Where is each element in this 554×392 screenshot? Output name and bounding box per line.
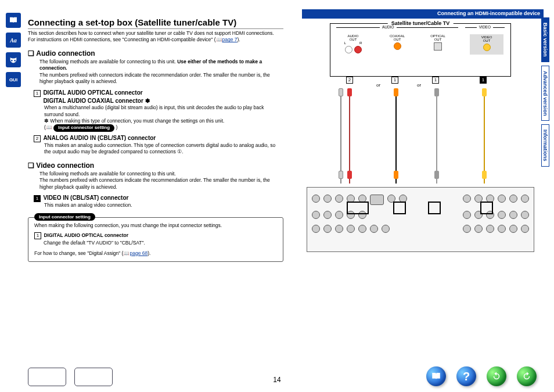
port-coaxial-out: COAXIAL OUT: [383, 34, 412, 50]
video-item1: 1 VIDEO IN (CBL/SAT) connector This make…: [28, 194, 283, 208]
audio-item1-desc1: When a multichannel audio (digital bit s…: [44, 105, 283, 118]
video-item1-desc: This makes an analog video connection.: [44, 202, 283, 208]
tab-informations[interactable]: Informations: [541, 124, 549, 167]
audio-item1-pill-row: (📖 Input connector setting ): [44, 124, 283, 132]
infobox-p2: For how to change, see "Digital Assign" …: [34, 250, 277, 257]
label-video: VIDEO: [477, 25, 493, 29]
audio-item1-title2: DIGITAL AUDIO COAXIAL connector ✽: [43, 98, 149, 104]
help-icon[interactable]: ?: [456, 366, 476, 386]
label-or-2: or: [417, 82, 421, 88]
heading-video-connection: ❏ Video connection: [28, 161, 283, 170]
header-breadcrumb: Connecting an HDMI-incompatible device: [302, 9, 544, 19]
mask-icon[interactable]: [6, 52, 21, 67]
text-aa-icon[interactable]: Aa: [6, 33, 21, 48]
audio-p1: The following methods are available for …: [39, 59, 283, 72]
idx-audio-1a: 1: [391, 77, 398, 84]
label-audio: AUDIO: [380, 25, 397, 29]
video-item1-num: 1: [34, 195, 41, 202]
side-tabs: Basic version Advanced version Informati…: [541, 17, 551, 170]
left-icon-column: Aa GUI: [6, 13, 22, 92]
receiver-rear-panel: [307, 187, 534, 252]
infobox-p1: When making the following connection, yo…: [34, 222, 277, 229]
connection-diagram: Satellite tuner/Cable TV AUDIO VIDEO AUD…: [302, 20, 534, 255]
audio-item1-num: 1: [34, 90, 41, 97]
video-body: The following methods are available for …: [39, 171, 283, 190]
intro-line1: This section describes how to connect wh…: [28, 30, 283, 37]
port-optical-out: OPTICAL OUT: [423, 34, 452, 51]
settop-box-title: Satellite tuner/Cable TV: [388, 20, 454, 26]
label-or-1: or: [376, 82, 380, 88]
tab-basic-version[interactable]: Basic version: [541, 17, 549, 62]
page-title: Connecting a set-top box (Satellite tune…: [28, 17, 283, 29]
intro-l2-pre: For instructions on HDMI connections, se…: [28, 37, 216, 42]
audio-item2-title: ANALOG AUDIO IN (CBL/SAT) connector: [43, 135, 156, 141]
content-column: Connecting a set-top box (Satellite tune…: [28, 17, 283, 262]
audio-item2-num: 2: [34, 135, 41, 142]
receiver-front-thumb[interactable]: [28, 368, 66, 386]
link-page7[interactable]: page 7: [222, 37, 238, 42]
infobox-desc: Change the default "TV AUDIO" to "CBL/SA…: [44, 240, 277, 247]
input-connector-setting-box: Input connector setting When making the …: [28, 217, 283, 262]
nav-buttons: ?: [426, 366, 537, 386]
video-p2: The numbers prefixed with connectors ind…: [39, 177, 283, 190]
forward-icon[interactable]: [517, 366, 537, 386]
intro-text: This section describes how to connect wh…: [28, 30, 283, 44]
audio-item1-title1: DIGITAL AUDIO OPTICAL connector: [43, 89, 142, 96]
port-audio-out: AUDIO OUT LR: [337, 34, 369, 53]
audio-p2: The numbers prefixed with connectors ind…: [39, 72, 283, 85]
settop-box-outline: Satellite tuner/Cable TV AUDIO VIDEO AUD…: [330, 23, 511, 77]
idx-audio-1b: 1: [432, 77, 439, 84]
link-page68[interactable]: page 68: [129, 250, 148, 256]
footer-thumbnails: [28, 368, 113, 386]
page: Connecting an HDMI-incompatible device A…: [0, 0, 554, 392]
intro-line2: For instructions on HDMI connections, se…: [28, 37, 283, 43]
audio-body: The following methods are available for …: [39, 59, 283, 85]
idx-video-1: 1: [480, 77, 487, 84]
idx-audio-2: 2: [346, 77, 353, 84]
heading-audio-connection: ❏ Audio connection: [28, 49, 283, 57]
infobox-title: DIGITAL AUDIO OPTICAL connector: [44, 233, 128, 239]
infobox-item: 1 DIGITAL AUDIO OPTICAL connector Change…: [34, 232, 277, 246]
pill-input-connector-setting[interactable]: Input connector setting: [53, 124, 114, 132]
back-icon[interactable]: [487, 366, 506, 386]
video-p1: The following methods are available for …: [39, 171, 283, 177]
audio-item1: 1 DIGITAL AUDIO OPTICAL connector DIGITA…: [28, 89, 283, 132]
audio-item1-desc2: ✽ When making this type of connection, y…: [44, 118, 283, 124]
intro-l2-post: ).: [238, 37, 240, 42]
page-number: 14: [273, 376, 280, 384]
audio-item2: 2 ANALOG AUDIO IN (CBL/SAT) connector Th…: [28, 134, 283, 156]
audio-item2-desc: This makes an analog audio connection. T…: [44, 142, 283, 156]
video-item1-title: VIDEO IN (CBL/SAT) connector: [43, 195, 128, 201]
receiver-rear-thumb[interactable]: [74, 368, 113, 386]
infobox-num: 1: [34, 232, 41, 239]
gui-icon[interactable]: GUI: [6, 72, 21, 87]
infobox-pill: Input connector setting: [34, 213, 95, 221]
book-open-icon[interactable]: [6, 13, 21, 28]
tab-advanced-version[interactable]: Advanced version: [541, 66, 549, 121]
book-icon[interactable]: [426, 366, 446, 386]
port-video-out: VIDEO OUT: [470, 34, 503, 55]
